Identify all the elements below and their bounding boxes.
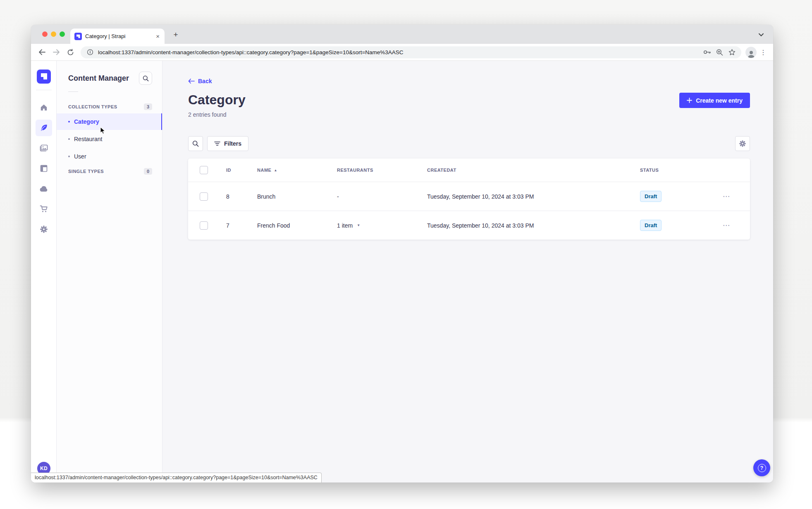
traffic-lights [42,31,65,37]
page-title: Category [188,93,246,107]
bullet-icon [68,138,70,140]
row-checkbox[interactable] [200,192,208,201]
bullet-icon [68,156,70,157]
nav-cloud-icon[interactable] [36,180,52,197]
create-new-entry-button[interactable]: Create new entry [679,93,750,108]
table-header-row: ID NAME ▲ RESTAURANTS CREATEDAT STATUS [188,158,750,182]
browser-toolbar: localhost:1337/admin/content-manager/col… [31,44,773,61]
strapi-logo[interactable] [37,70,51,84]
column-header-status[interactable]: STATUS [633,168,716,173]
table-row[interactable]: 8 Brunch - Tuesday, September 10, 2024 a… [188,182,750,211]
new-tab-button[interactable]: + [170,31,181,38]
browser-window: Category | Strapi × + localhost:1337/adm… [31,25,773,483]
sidebar-item-label: Category [74,118,99,125]
create-new-entry-label: Create new entry [696,97,743,104]
select-all-checkbox[interactable] [200,166,208,174]
cell-name: French Food [251,222,330,229]
sidebar-item-user[interactable]: User [57,148,162,165]
sidebar-item-category[interactable]: Category [57,113,162,130]
subnav-title: Content Manager [68,74,129,83]
cell-createdat: Tuesday, September 10, 2024 at 3:03 PM [420,193,633,200]
question-mark-icon: ? [758,464,766,472]
single-types-section-header: SINGLE TYPES 0 [57,166,162,177]
filter-icon [214,141,220,146]
column-header-name[interactable]: NAME ▲ [251,168,330,173]
collection-types-count-badge: 3 [144,103,152,110]
bookmark-star-icon[interactable] [727,48,736,57]
url-bar[interactable]: localhost:1337/admin/content-manager/col… [81,46,741,58]
subnav-divider [68,91,78,92]
cell-id: 7 [220,222,251,229]
browser-forward-icon[interactable] [50,46,62,58]
minimize-window-button[interactable] [51,31,56,37]
view-settings-button[interactable] [735,136,750,151]
close-window-button[interactable] [42,31,48,37]
browser-menu-icon[interactable]: ⋮ [758,48,768,56]
nav-content-manager-icon[interactable] [36,120,52,136]
password-key-icon[interactable] [702,48,712,57]
tab-search-chevron-icon[interactable] [755,30,767,40]
row-actions-menu-icon[interactable]: ⋯ [716,221,750,230]
status-badge: Draft [640,191,662,202]
column-header-restaurants[interactable]: RESTAURANTS [330,168,420,173]
plus-icon [687,98,692,103]
subnav-search-button[interactable] [139,72,152,85]
browser-profile-avatar[interactable] [745,47,757,58]
cell-id: 8 [220,193,251,200]
close-tab-icon[interactable]: × [155,32,160,40]
filters-label: Filters [224,140,241,147]
cell-restaurants[interactable]: 1 item ▼ [330,222,420,229]
single-types-label: SINGLE TYPES [68,169,104,174]
entries-table: ID NAME ▲ RESTAURANTS CREATEDAT STATUS 8… [188,158,750,240]
row-actions-menu-icon[interactable]: ⋯ [716,192,750,201]
column-header-id[interactable]: ID [220,168,251,173]
cell-name: Brunch [251,193,330,200]
browser-tab[interactable]: Category | Strapi × [70,29,165,44]
nav-marketplace-icon[interactable] [36,201,52,217]
back-link[interactable]: Back [188,78,212,84]
sidebar-item-restaurant[interactable]: Restaurant [57,131,162,147]
status-badge: Draft [640,220,662,231]
table-search-button[interactable] [188,136,203,151]
sort-asc-icon: ▲ [274,168,277,172]
main-nav-sidebar: KD [31,61,57,483]
table-row[interactable]: 7 French Food 1 item ▼ Tuesday, Septembe… [188,211,750,240]
zoom-window-button[interactable] [60,31,65,37]
browser-reload-icon[interactable] [64,46,76,58]
row-checkbox[interactable] [200,221,208,230]
single-types-count-badge: 0 [144,168,152,175]
nav-settings-icon[interactable] [36,221,52,238]
zoom-icon[interactable] [715,48,724,57]
content-manager-subnav: Content Manager COLLECTION TYPES 3 Categ… [57,61,162,483]
url-text[interactable]: localhost:1337/admin/content-manager/col… [98,49,699,55]
chevron-down-icon: ▼ [357,223,360,227]
collection-types-label: COLLECTION TYPES [68,104,117,109]
sidebar-item-label: Restaurant [74,136,102,142]
bullet-icon [68,121,70,122]
entries-count: 2 entries found [188,111,750,118]
collection-types-section-header: COLLECTION TYPES 3 [57,101,162,113]
nav-home-icon[interactable] [36,99,52,116]
help-button[interactable]: ? [753,459,770,476]
nav-divider [36,90,52,90]
nav-media-library-icon[interactable] [36,140,52,156]
strapi-app: KD Content Manager COLLECTION TYPES 3 Ca… [31,61,773,483]
nav-content-type-builder-icon[interactable] [36,160,52,177]
tab-strip: Category | Strapi × + [31,25,773,44]
strapi-favicon-icon [74,33,82,40]
link-preview-statusbar: localhost:1337/admin/content-manager/col… [31,473,322,483]
column-header-createdat[interactable]: CREATEDAT [420,168,633,173]
filters-button[interactable]: Filters [207,136,248,151]
main-content: Back Category Create new entry 2 entries… [162,61,773,483]
tab-title: Category | Strapi [85,33,152,39]
back-label: Back [198,78,212,84]
site-info-icon[interactable] [86,48,95,57]
cell-createdat: Tuesday, September 10, 2024 at 3:03 PM [420,222,633,229]
browser-back-icon[interactable] [36,46,48,58]
cell-restaurants: - [330,193,420,200]
sidebar-item-label: User [74,153,86,160]
